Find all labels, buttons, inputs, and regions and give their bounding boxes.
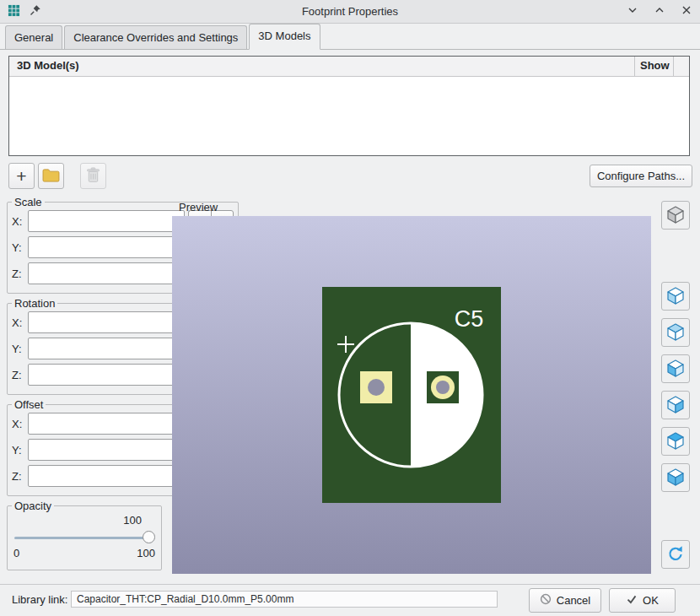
models-list-body[interactable] (9, 77, 689, 156)
offset-z-input[interactable] (28, 465, 185, 487)
scale-group-title: Scale (12, 196, 45, 208)
close-icon (681, 5, 692, 18)
view-isometric-button[interactable] (661, 201, 690, 230)
opacity-max-label: 100 (137, 547, 155, 559)
view-top-button[interactable] (661, 427, 690, 456)
tab-bar: General Clearance Overrides and Settings… (0, 24, 700, 50)
rotation-z-input[interactable] (28, 364, 185, 386)
view-back-button[interactable] (661, 318, 690, 347)
view-bottom-button[interactable] (661, 463, 690, 492)
reload-model-button[interactable] (661, 540, 690, 569)
rotation-y-label: Y: (12, 343, 28, 355)
cube-right-icon (665, 394, 686, 417)
pad-1 (360, 371, 392, 403)
refresh-icon (665, 543, 686, 566)
models-list[interactable]: 3D Model(s) Show (8, 56, 690, 156)
cube-bottom-icon (665, 467, 686, 489)
cube-top-icon (665, 430, 686, 453)
rotation-x-input[interactable] (28, 311, 185, 333)
opacity-group-title: Opacity (12, 500, 54, 512)
opacity-value: 100 (12, 514, 157, 527)
trash-icon (86, 167, 100, 186)
column-header-models: 3D Model(s) (9, 57, 635, 76)
shade-button[interactable] (626, 5, 639, 19)
cancel-button[interactable]: Cancel (529, 588, 601, 613)
cube-left-icon (665, 358, 686, 381)
chevron-up-icon (654, 5, 665, 18)
opacity-group: Opacity 100 0 100 (7, 500, 162, 570)
view-right-button[interactable] (661, 391, 690, 419)
cube-isometric-icon (665, 204, 686, 227)
pin-window-button[interactable] (29, 5, 42, 19)
opacity-range-labels: 0 100 (12, 547, 157, 559)
rotation-group-title: Rotation (12, 297, 57, 310)
scale-x-input[interactable] (28, 210, 185, 232)
cancel-icon (540, 593, 552, 608)
column-header-show: Show (635, 57, 674, 76)
chevron-down-icon (627, 5, 638, 18)
models-list-header: 3D Model(s) Show (9, 57, 689, 77)
scale-y-input[interactable] (28, 236, 185, 258)
cube-front-icon (665, 285, 686, 308)
rotation-x-label: X: (12, 316, 28, 329)
titlebar[interactable]: Footprint Properties (0, 0, 700, 24)
scale-z-label: Z: (12, 267, 28, 280)
close-button[interactable] (680, 5, 693, 19)
opacity-slider-track[interactable] (14, 537, 154, 539)
pad-2 (427, 371, 459, 403)
tab-clearance-overrides[interactable]: Clearance Overrides and Settings (64, 25, 247, 49)
delete-model-button[interactable] (80, 163, 106, 189)
column-header-gutter (674, 57, 689, 76)
scale-z-input[interactable] (28, 262, 185, 284)
opacity-slider[interactable] (13, 530, 155, 545)
browse-folder-button[interactable] (38, 163, 64, 189)
preview-3d-viewport[interactable]: C5 (172, 216, 651, 574)
footprint-properties-dialog: Footprint Properties General Clearance O… (0, 0, 700, 616)
app-menu-button[interactable] (7, 5, 20, 19)
plus-icon: + (16, 167, 26, 185)
ok-button[interactable]: OK (609, 588, 676, 613)
footer-bar: Library link: Cancel OK (0, 584, 700, 616)
offset-x-input[interactable] (28, 413, 185, 435)
tab-general[interactable]: General (5, 25, 62, 49)
rotation-y-input[interactable] (28, 338, 185, 359)
view-left-button[interactable] (661, 354, 690, 383)
opacity-min-label: 0 (13, 547, 19, 559)
cube-back-icon (665, 322, 686, 344)
offset-z-label: Z: (12, 470, 28, 483)
tab-3d-models[interactable]: 3D Models (249, 24, 320, 50)
window-title: Footprint Properties (0, 5, 700, 18)
pin-icon (30, 4, 41, 19)
scale-y-label: Y: (12, 241, 28, 254)
scale-x-label: X: (12, 215, 28, 228)
configure-paths-button[interactable]: Configure Paths... (590, 165, 692, 187)
offset-x-label: X: (12, 418, 28, 430)
offset-y-input[interactable] (28, 439, 185, 461)
offset-y-label: Y: (12, 444, 28, 457)
offset-group-title: Offset (12, 398, 46, 411)
check-icon (626, 593, 638, 608)
opacity-slider-handle[interactable] (143, 531, 155, 543)
maximize-button[interactable] (653, 5, 666, 19)
rotation-z-label: Z: (12, 369, 28, 381)
library-link-label: Library link: (12, 593, 67, 606)
app-grid-icon (8, 4, 20, 19)
preview-label: Preview (179, 201, 218, 213)
folder-icon (42, 168, 60, 185)
library-link-field[interactable] (71, 591, 498, 608)
reference-designator: C5 (455, 306, 484, 332)
add-model-button[interactable]: + (8, 163, 35, 189)
view-front-button[interactable] (661, 282, 690, 311)
